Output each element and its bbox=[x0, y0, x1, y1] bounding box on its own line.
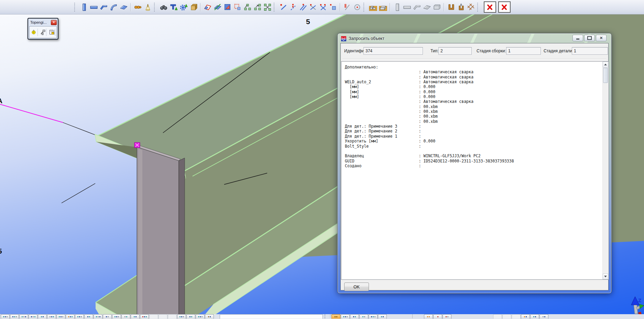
component-catalog-icon[interactable] bbox=[48, 29, 55, 36]
bottom-toolbar-button[interactable] bbox=[1, 314, 10, 319]
concrete-slab-icon[interactable] bbox=[422, 2, 432, 12]
bottom-toolbar-button[interactable] bbox=[359, 314, 368, 319]
bottom-toolbar-button[interactable] bbox=[159, 314, 167, 319]
measure-distance-icon[interactable] bbox=[342, 2, 352, 12]
bottom-toolbar-button[interactable] bbox=[38, 314, 47, 319]
ok-button[interactable]: OK bbox=[344, 283, 369, 291]
toolbar-grip[interactable] bbox=[74, 3, 78, 12]
add-points-parallel-icon[interactable] bbox=[298, 2, 308, 12]
bottom-toolbar-button[interactable] bbox=[177, 314, 186, 319]
concrete-beam-icon[interactable] bbox=[402, 2, 412, 12]
bottom-toolbar-button[interactable] bbox=[56, 314, 65, 319]
create-weld-icon[interactable] bbox=[143, 2, 153, 12]
autoconnection-icon[interactable] bbox=[178, 2, 188, 12]
bottom-toolbar-button[interactable] bbox=[186, 314, 195, 319]
add-point-intersection-icon[interactable] bbox=[308, 2, 318, 12]
add-point-projection-icon[interactable] bbox=[318, 2, 328, 12]
concrete-column-icon[interactable] bbox=[392, 2, 402, 12]
copy-array-icon[interactable] bbox=[262, 2, 272, 12]
interrupt-button-2[interactable] bbox=[498, 1, 511, 13]
inquiry-report-area[interactable]: Дополнительно: : Автоматическая сварка :… bbox=[341, 61, 609, 280]
fit-part-end-icon[interactable] bbox=[203, 2, 212, 12]
toolbar-grip[interactable] bbox=[274, 3, 277, 12]
add-point-icon[interactable] bbox=[278, 2, 288, 12]
bottom-toolbar-button[interactable] bbox=[168, 314, 177, 319]
bottom-toolbar-button[interactable] bbox=[530, 314, 539, 319]
toolbar-grip[interactable] bbox=[154, 3, 157, 12]
cut-part-part-icon[interactable] bbox=[232, 2, 242, 12]
bolt-tool-icon[interactable] bbox=[31, 29, 38, 36]
assembly-phase-field[interactable]: 1 bbox=[506, 47, 541, 55]
create-pad-footing-icon[interactable] bbox=[456, 2, 466, 12]
create-detail-icon[interactable] bbox=[378, 2, 388, 12]
cut-part-polygon-icon[interactable] bbox=[222, 2, 232, 12]
bottom-toolbar-button[interactable] bbox=[424, 314, 433, 319]
concrete-polybeam-icon[interactable] bbox=[412, 2, 422, 12]
bottom-toolbar-button[interactable] bbox=[121, 314, 130, 319]
bottom-toolbar-button[interactable] bbox=[94, 314, 102, 319]
identifier-field[interactable]: 374 bbox=[363, 47, 423, 55]
bottom-toolbar-button[interactable] bbox=[378, 314, 387, 319]
scroll-up-button[interactable] bbox=[603, 62, 608, 67]
concrete-panel-icon[interactable] bbox=[432, 2, 442, 12]
scrollbar-thumb[interactable] bbox=[603, 68, 608, 83]
toolbar-grip[interactable] bbox=[363, 3, 367, 12]
bottom-toolbar-button[interactable] bbox=[350, 314, 359, 319]
topengi-close-button[interactable]: x bbox=[51, 20, 57, 25]
create-beam-icon[interactable] bbox=[89, 2, 99, 12]
bottom-toolbar-button[interactable] bbox=[433, 314, 442, 319]
create-contour-plate-icon[interactable] bbox=[119, 2, 129, 12]
create-column-icon[interactable] bbox=[79, 2, 89, 12]
bottom-toolbar-button[interactable] bbox=[196, 314, 205, 319]
inquire-object-dialog[interactable]: Запросить объект ✕ Идентификатор: 374 Ти… bbox=[337, 33, 612, 294]
part-phase-field[interactable]: 1 bbox=[572, 47, 608, 55]
minimize-button[interactable] bbox=[572, 35, 583, 41]
bottom-toolbar-button[interactable] bbox=[205, 314, 214, 319]
bottom-toolbar-button[interactable] bbox=[149, 314, 158, 319]
copy-mirror-icon[interactable] bbox=[252, 2, 262, 12]
bottom-toolbar-button[interactable] bbox=[29, 314, 37, 319]
bottom-toolbar-button[interactable] bbox=[112, 314, 121, 319]
vertical-scrollbar[interactable] bbox=[602, 62, 609, 279]
bottom-toolbar-button[interactable] bbox=[131, 314, 140, 319]
create-strip-footing-icon[interactable] bbox=[446, 2, 456, 12]
grid-line-a[interactable] bbox=[0, 104, 63, 123]
create-curved-beam-icon[interactable] bbox=[109, 2, 119, 12]
create-slab-icon[interactable] bbox=[188, 2, 198, 12]
bottom-toolbar-button[interactable] bbox=[502, 314, 511, 319]
bottom-toolbar-button[interactable] bbox=[75, 314, 84, 319]
create-polybeam-icon[interactable] bbox=[99, 2, 109, 12]
bottom-toolbar-button[interactable] bbox=[539, 314, 548, 319]
bottom-toolbar-button[interactable] bbox=[331, 314, 340, 319]
bottom-toolbar-grip[interactable] bbox=[325, 314, 328, 318]
bottom-toolbar-field[interactable] bbox=[220, 314, 323, 319]
bottom-toolbar-button[interactable] bbox=[493, 314, 502, 319]
bottom-toolbar-button[interactable] bbox=[341, 314, 350, 319]
bottom-toolbar-button[interactable] bbox=[66, 314, 75, 319]
diagnose-part-icon[interactable] bbox=[168, 2, 178, 12]
clash-check-icon[interactable] bbox=[159, 2, 168, 12]
add-points-along-line-icon[interactable] bbox=[288, 2, 298, 12]
copy-rotate-icon[interactable] bbox=[242, 2, 252, 12]
bottom-toolbar-button[interactable] bbox=[10, 314, 19, 319]
weld-tool-icon[interactable] bbox=[40, 29, 47, 36]
add-point-on-part-icon[interactable] bbox=[328, 2, 338, 12]
create-component-icon[interactable] bbox=[368, 2, 378, 12]
bottom-toolbar-button[interactable] bbox=[47, 314, 56, 319]
dialog-titlebar[interactable]: Запросить объект bbox=[341, 35, 608, 42]
bottom-toolbar-button[interactable] bbox=[140, 314, 149, 319]
bottom-toolbar-button[interactable] bbox=[521, 314, 530, 319]
toolbar-grip[interactable] bbox=[477, 3, 481, 12]
measure-angle-icon[interactable] bbox=[352, 2, 362, 12]
web-plate-front-face[interactable] bbox=[137, 147, 179, 319]
bottom-toolbar-button[interactable] bbox=[84, 314, 93, 319]
bottom-toolbar-button[interactable] bbox=[443, 314, 451, 319]
create-bolts-icon[interactable] bbox=[133, 2, 143, 12]
bottom-toolbar-button[interactable] bbox=[19, 314, 28, 319]
scroll-down-button[interactable] bbox=[603, 274, 608, 279]
maximize-button[interactable] bbox=[584, 35, 595, 41]
cut-part-line-icon[interactable] bbox=[212, 2, 222, 12]
close-button[interactable]: ✕ bbox=[596, 35, 607, 41]
bottom-toolbar-button[interactable] bbox=[369, 314, 378, 319]
topengi-toolwindow[interactable]: Topengi... x bbox=[28, 18, 58, 40]
